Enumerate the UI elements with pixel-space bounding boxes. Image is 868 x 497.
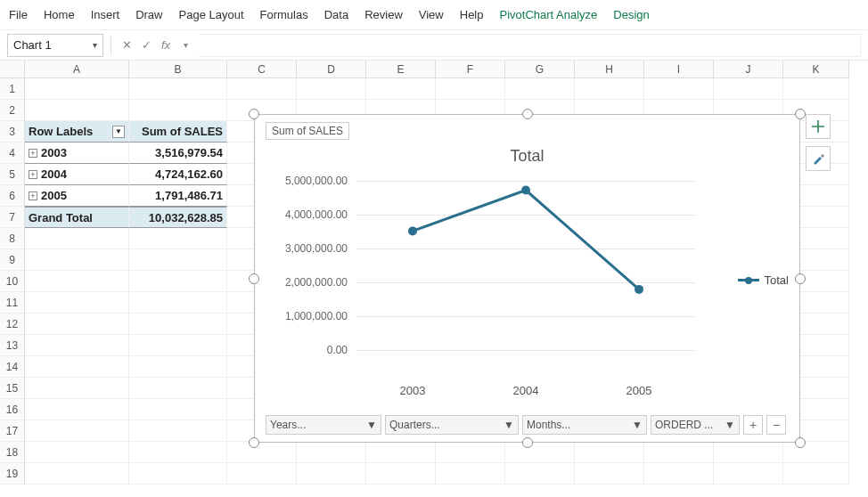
cell[interactable]: [25, 442, 129, 463]
col-header-H[interactable]: H: [575, 61, 644, 78]
ribbon-tab-home[interactable]: Home: [44, 8, 75, 21]
pivot-row-label[interactable]: +2003: [25, 143, 129, 164]
col-header-C[interactable]: C: [227, 61, 297, 78]
chart-title[interactable]: Total: [255, 147, 799, 166]
row-header[interactable]: 16: [0, 399, 25, 420]
field-button-months[interactable]: Months...▼: [522, 415, 647, 435]
ribbon-tab-draw[interactable]: Draw: [135, 8, 162, 21]
chevron-down-icon[interactable]: ▾: [93, 40, 97, 50]
ribbon-tab-file[interactable]: File: [9, 8, 28, 21]
cell[interactable]: [129, 356, 227, 378]
cell[interactable]: [129, 228, 227, 249]
ribbon-tab-help[interactable]: Help: [460, 8, 484, 21]
field-button-quarters[interactable]: Quarters...▼: [385, 415, 519, 435]
cell[interactable]: [129, 249, 227, 271]
cell[interactable]: [366, 442, 436, 463]
cell[interactable]: [366, 463, 436, 485]
cell[interactable]: [714, 442, 783, 463]
cell[interactable]: [297, 463, 366, 485]
cell[interactable]: [25, 399, 129, 420]
resize-handle[interactable]: [795, 437, 806, 448]
col-header-K[interactable]: K: [783, 61, 849, 78]
chart-field-button[interactable]: Sum of SALES: [266, 122, 349, 140]
cell[interactable]: [297, 78, 366, 100]
cell[interactable]: [714, 463, 783, 485]
resize-handle[interactable]: [795, 273, 806, 284]
cell[interactable]: [436, 463, 505, 485]
cancel-icon[interactable]: ✕: [119, 37, 135, 53]
row-header[interactable]: 19: [0, 463, 25, 485]
cell[interactable]: [783, 463, 849, 485]
row-header[interactable]: 1: [0, 78, 25, 100]
cell[interactable]: [129, 335, 227, 356]
pivot-grand-total-value[interactable]: 10,032,628.85: [129, 207, 227, 228]
pivot-value[interactable]: 1,791,486.71: [129, 185, 227, 207]
cell[interactable]: [129, 442, 227, 463]
pivot-value[interactable]: 4,724,162.60: [129, 164, 227, 185]
ribbon-tab-formulas[interactable]: Formulas: [260, 8, 308, 21]
cell[interactable]: [25, 335, 129, 356]
cell[interactable]: [25, 463, 129, 485]
cell[interactable]: [227, 78, 297, 100]
cell[interactable]: [129, 420, 227, 442]
row-header[interactable]: 9: [0, 249, 25, 271]
field-button-years[interactable]: Years...▼: [266, 415, 381, 435]
resize-handle[interactable]: [522, 109, 533, 119]
cell[interactable]: [25, 271, 129, 292]
cell[interactable]: [25, 100, 129, 121]
cell[interactable]: [129, 271, 227, 292]
col-header-F[interactable]: F: [436, 61, 505, 78]
resize-handle[interactable]: [249, 109, 259, 119]
expand-icon[interactable]: +: [29, 149, 37, 158]
chevron-down-icon[interactable]: ▾: [177, 37, 193, 53]
formula-input[interactable]: [199, 34, 861, 57]
row-header[interactable]: 14: [0, 356, 25, 378]
col-header-A[interactable]: A: [25, 61, 129, 78]
row-header[interactable]: 18: [0, 442, 25, 463]
row-header[interactable]: 3: [0, 121, 25, 143]
cell[interactable]: [297, 442, 366, 463]
cell[interactable]: [227, 463, 297, 485]
pivot-row-label[interactable]: +2004: [25, 164, 129, 185]
chart-elements-button[interactable]: [806, 114, 831, 139]
chart-legend[interactable]: Total: [738, 273, 789, 287]
filter-dropdown-icon[interactable]: ▼: [112, 126, 125, 138]
ribbon-tab-design[interactable]: Design: [613, 8, 649, 21]
cell[interactable]: [366, 78, 436, 100]
fx-icon[interactable]: fx: [158, 37, 174, 53]
cell[interactable]: [129, 378, 227, 399]
row-header[interactable]: 5: [0, 164, 25, 185]
ribbon-tab-insert[interactable]: Insert: [91, 8, 120, 21]
expand-icon[interactable]: +: [29, 170, 37, 179]
cell[interactable]: [505, 442, 575, 463]
cell[interactable]: [644, 442, 714, 463]
row-header[interactable]: 17: [0, 420, 25, 442]
pivot-row-label[interactable]: +2005: [25, 185, 129, 207]
chart-styles-button[interactable]: [806, 146, 831, 171]
row-header[interactable]: 10: [0, 271, 25, 292]
cell[interactable]: [25, 292, 129, 314]
cell[interactable]: [714, 78, 783, 100]
cell[interactable]: [129, 463, 227, 485]
pivot-chart[interactable]: Sum of SALES Total 5,000,000.00 4,000,00…: [254, 114, 800, 443]
cell[interactable]: [505, 463, 575, 485]
cell[interactable]: [129, 100, 227, 121]
cell[interactable]: [644, 78, 714, 100]
resize-handle[interactable]: [249, 273, 259, 284]
cell[interactable]: [436, 442, 505, 463]
ribbon-tab-review[interactable]: Review: [364, 8, 403, 21]
col-header-I[interactable]: I: [644, 61, 714, 78]
cell[interactable]: [129, 399, 227, 420]
collapse-field-button[interactable]: −: [766, 415, 786, 435]
cell[interactable]: [505, 78, 575, 100]
cell[interactable]: [25, 249, 129, 271]
cell[interactable]: [129, 78, 227, 100]
col-header-D[interactable]: D: [297, 61, 366, 78]
expand-field-button[interactable]: +: [743, 415, 763, 435]
ribbon-tab-page-layout[interactable]: Page Layout: [179, 8, 244, 21]
row-header[interactable]: 8: [0, 228, 25, 249]
enter-icon[interactable]: ✓: [138, 37, 154, 53]
cell[interactable]: [25, 228, 129, 249]
cell[interactable]: [129, 314, 227, 335]
cell[interactable]: [436, 78, 505, 100]
